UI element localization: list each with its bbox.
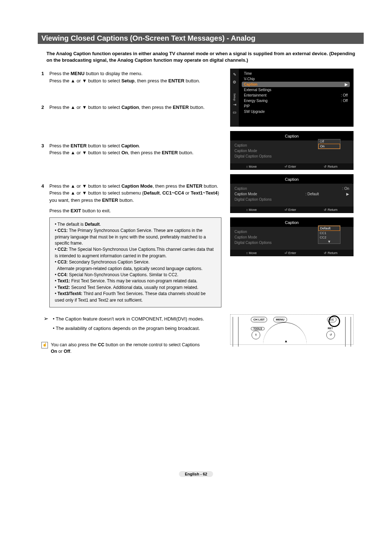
osd-footer: ↕ Move ⏎ Enter ↺ Return — [230, 163, 354, 170]
intro-text: The Analog Caption function operates in … — [46, 50, 359, 64]
enter-hint: ⏎ Enter — [285, 165, 296, 168]
step-2: 2 Press the ▲ or ▼ button to select Capt… — [41, 104, 221, 111]
popup-option: CC2 — [318, 235, 340, 240]
osd-setup-menu: ✎ ⚙ Setup ⇥ ▭ TimeV-ChipCaption▶External… — [230, 69, 354, 127]
dpad-arc — [263, 322, 307, 366]
brush-icon: ✎ — [233, 72, 236, 77]
step-3: 3 Press the ENTER button to select Capti… — [41, 142, 221, 156]
osd-item: Caption: On — [233, 186, 351, 191]
remote-tip: ☝ You can also press the CC button on th… — [41, 342, 221, 355]
chlist-button: CH LIST — [251, 317, 267, 322]
popup-option: On — [318, 144, 340, 149]
tv-icon: ▭ — [233, 110, 236, 115]
sidebar-label: Setup — [233, 93, 236, 101]
enter-hint: ⏎ Enter — [285, 251, 296, 255]
tools-icon-button: ⎘ — [252, 331, 260, 339]
step-number: 1 — [41, 70, 49, 84]
osd-footer: ↕ Move ⏎ Enter ↺ Return — [230, 250, 354, 256]
popup-option: CC1 — [318, 231, 340, 235]
menu-button: MENU — [273, 317, 287, 322]
caption-modes-box: • The default is Default. • CC1: The Pri… — [49, 217, 221, 307]
osd-row: Entertainment: Off — [242, 93, 350, 98]
osd-row: Time — [242, 71, 350, 76]
return-icon-button: ↺ — [326, 331, 335, 339]
page-footer: English - 62 — [33, 471, 359, 477]
page-title: Viewing Closed Captions (On-Screen Text … — [38, 33, 364, 44]
osd-row: V-Chip — [242, 76, 350, 82]
osd-caption-onoff: Caption CaptionCaption ModeDigital Capti… — [230, 131, 354, 170]
step-body: Press the ENTER button to select Caption… — [49, 142, 221, 156]
return-hint: ↺ Return — [324, 251, 338, 255]
section-header: Viewing Closed Captions (On-Screen Text … — [33, 33, 359, 44]
gear-icon: ⚙ — [233, 80, 236, 85]
remote-icon: ☝ — [41, 342, 48, 348]
osd-item: Digital Caption Options — [233, 154, 351, 159]
osd-row: Caption▶ — [242, 82, 350, 87]
arrow-icon: ➢ — [44, 314, 52, 323]
popup-option: Default — [318, 226, 340, 231]
step-number: 4 — [41, 183, 49, 215]
tools-label: TOOLS — [251, 327, 265, 330]
osd-caption-mode: Caption Caption: OnCaption Mode: Default… — [230, 174, 354, 213]
step-4: 4 Press the ▲ or ▼ button to select Capt… — [41, 183, 221, 215]
osd-row: Energy Saving: Off — [242, 98, 350, 103]
osd-title: Caption — [230, 176, 354, 184]
popup-option: Off — [318, 139, 340, 144]
osd-popup: OffOn — [318, 139, 340, 149]
move-hint: ↕ Move — [246, 251, 257, 255]
move-hint: ↕ Move — [246, 165, 257, 168]
osd-row: SW Upgrade — [242, 109, 350, 114]
osd-item: Caption Mode: Default▶ — [233, 191, 351, 197]
remote-diagram: CH LIST MENU CC TOOLS RET ⎘ ↺ ▲ — [230, 314, 354, 345]
step-1: 1 Press the MENU button to display the m… — [41, 70, 221, 84]
osd-popup: DefaultCC1CC2▼ — [318, 225, 340, 244]
osd-footer: ↕ Move ⏎ Enter ↺ Return — [230, 207, 354, 213]
step-number: 3 — [41, 142, 49, 156]
osd-row: PIP — [242, 103, 350, 109]
instructions-column: 1 Press the MENU button to display the m… — [33, 69, 221, 355]
osd-column: ✎ ⚙ Setup ⇥ ▭ TimeV-ChipCaption▶External… — [230, 69, 354, 355]
remote-edge — [233, 317, 238, 347]
enter-hint: ⏎ Enter — [285, 208, 296, 212]
step-body: Press the ▲ or ▼ button to select Captio… — [49, 104, 221, 111]
cc-highlight-circle — [328, 315, 340, 327]
chevron-down-icon: ▼ — [318, 240, 340, 244]
step-body: Press the ▲ or ▼ button to select Captio… — [49, 183, 221, 215]
up-arrow-icon: ▲ — [284, 339, 288, 343]
arrow-notes: ➢ • The Caption feature doesn't work in … — [44, 314, 221, 332]
return-hint: ↺ Return — [324, 165, 338, 168]
osd-caption-mode-popup: Caption CaptionCaption ModeDigital Capti… — [230, 217, 354, 256]
ret-label: RET — [326, 327, 335, 330]
step-number: 2 — [41, 104, 49, 111]
osd-item: Digital Caption Options — [233, 197, 351, 202]
remote-edge — [345, 317, 351, 347]
step-body: Press the MENU button to display the men… — [49, 70, 221, 84]
osd-body: Caption: OnCaption Mode: Default▶Digital… — [230, 184, 354, 207]
osd-setup-rows: TimeV-ChipCaption▶External SettingsEnter… — [239, 69, 354, 127]
move-hint: ↕ Move — [246, 208, 257, 212]
return-hint: ↺ Return — [324, 208, 338, 212]
input-icon: ⇥ — [233, 102, 236, 107]
page-number: English - 62 — [179, 471, 213, 477]
osd-row: External Settings — [242, 87, 350, 93]
osd-sidebar: ✎ ⚙ Setup ⇥ ▭ — [230, 69, 239, 127]
